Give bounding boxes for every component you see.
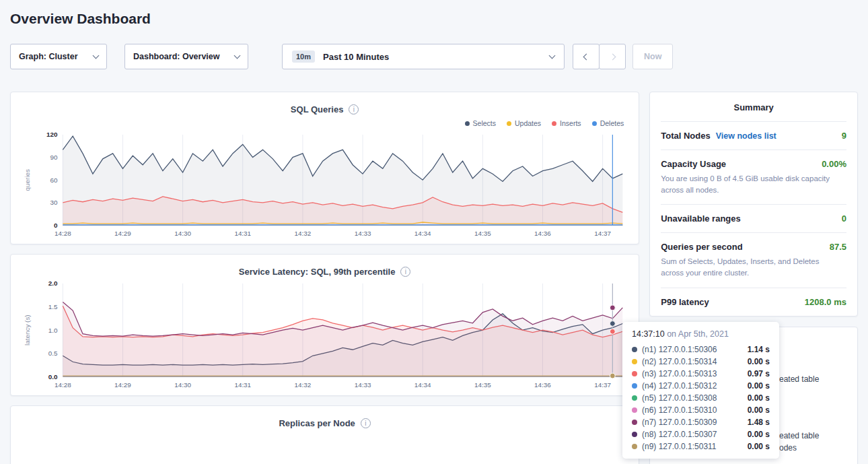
tooltip-row-n6: (n6) 127.0.0.1:50310 0.00 s	[632, 404, 770, 416]
time-range-picker[interactable]: 10m Past 10 Minutes	[282, 44, 565, 69]
chevron-down-icon	[234, 53, 241, 59]
summary-row-capacity-usage: Capacity Usage 0.00% You are using 0 B o…	[661, 150, 846, 204]
event-text-fragment[interactable]: eated table	[779, 374, 819, 384]
chart-header: Service Latency: SQL, 99th percentile i	[20, 267, 629, 277]
now-button[interactable]: Now	[632, 44, 673, 69]
legend-item-selects[interactable]: Selects	[465, 119, 496, 127]
tooltip-node: (n2) 127.0.0.1:50314	[642, 357, 717, 366]
summary-value: 0.00%	[822, 159, 846, 169]
legend-label: Selects	[473, 119, 496, 127]
view-nodes-list-link[interactable]: View nodes list	[716, 131, 776, 141]
tooltip-row-n4: (n4) 127.0.0.1:50312 0.00 s	[632, 380, 770, 392]
chart-title: Replicas per Node	[279, 418, 355, 428]
svg-text:14:33: 14:33	[355, 230, 371, 237]
svg-text:latency (s): latency (s)	[24, 315, 31, 346]
dashboard-controls: Graph: Cluster Dashboard: Overview 10m P…	[10, 44, 858, 69]
svg-text:0.0: 0.0	[48, 373, 58, 380]
node-series-dot	[632, 359, 637, 364]
svg-text:1.5: 1.5	[48, 303, 58, 310]
tooltip-time: 14:37:10	[632, 329, 665, 339]
summary-value: 87.5	[830, 242, 846, 252]
chart-hover-tooltip: 14:37:10 on Apr 5th, 2021 (n1) 127.0.0.1…	[622, 322, 779, 459]
summary-value: 0	[842, 213, 846, 224]
sql-queries-chart[interactable]: 14:2814:2914:3014:3114:3214:3314:3414:35…	[20, 129, 629, 241]
legend-label: Updates	[515, 119, 541, 127]
deletes-series-dot	[592, 121, 597, 126]
node-series-dot	[632, 347, 637, 352]
dashboard-dropdown-label: Dashboard: Overview	[133, 52, 220, 61]
chart-title: Service Latency: SQL, 99th percentile	[239, 267, 396, 277]
summary-value: 9	[842, 131, 846, 141]
updates-series-dot	[507, 121, 511, 126]
node-series-dot	[632, 432, 637, 437]
chart-header: SQL Queries i	[20, 104, 629, 114]
node-series-dot	[632, 420, 637, 425]
tooltip-row-n5: (n5) 127.0.0.1:50308 0.00 s	[632, 392, 770, 404]
legend-item-updates[interactable]: Updates	[507, 119, 541, 127]
svg-text:14:37: 14:37	[594, 381, 611, 389]
tooltip-row-n3: (n3) 127.0.0.1:50313 0.97 s	[632, 368, 770, 380]
tooltip-node: (n7) 127.0.0.1:50309	[642, 418, 717, 427]
chevron-left-icon	[583, 53, 589, 60]
svg-text:14:29: 14:29	[114, 230, 131, 237]
summary-row-p99-latency: P99 latency 1208.0 ms	[661, 288, 846, 316]
svg-text:0: 0	[54, 222, 58, 229]
legend-item-deletes[interactable]: Deletes	[592, 119, 624, 127]
tooltip-node: (n4) 127.0.0.1:50312	[642, 381, 717, 391]
info-icon[interactable]: i	[349, 104, 359, 114]
inserts-series-dot	[552, 121, 556, 126]
time-back-button[interactable]	[573, 44, 600, 69]
summary-row-queries-per-second: Queries per second 87.5 Sum of Selects, …	[661, 232, 846, 287]
legend-label: Deletes	[600, 119, 624, 127]
svg-text:14:28: 14:28	[55, 230, 71, 237]
chevron-right-icon	[609, 53, 616, 60]
svg-text:0.5: 0.5	[48, 350, 58, 357]
tooltip-node: (n8) 127.0.0.1:50307	[642, 430, 717, 439]
summary-subtext: Sum of Selects, Updates, Inserts, and De…	[661, 256, 834, 278]
tooltip-value: 0.00 s	[748, 393, 770, 403]
dashboard-dropdown[interactable]: Dashboard: Overview	[124, 44, 248, 69]
node-series-dot	[632, 395, 637, 401]
svg-text:60: 60	[50, 176, 57, 184]
node-series-dot	[632, 444, 637, 449]
svg-text:2.0: 2.0	[48, 280, 58, 288]
tooltip-header: 14:37:10 on Apr 5th, 2021	[632, 329, 770, 339]
svg-text:queries: queries	[24, 169, 31, 191]
event-text-fragment[interactable]: odes	[779, 443, 797, 453]
overview-dashboard-page: Overview Dashboard Graph: Cluster Dashbo…	[0, 0, 868, 464]
time-forward-button[interactable]	[599, 44, 626, 69]
tooltip-value: 0.00 s	[748, 442, 770, 451]
summary-label: Queries per second	[661, 242, 742, 252]
svg-text:14:37: 14:37	[594, 230, 611, 237]
service-latency-chart-card: Service Latency: SQL, 99th percentile i …	[10, 254, 639, 396]
legend-item-inserts[interactable]: Inserts	[552, 119, 581, 127]
svg-text:14:35: 14:35	[474, 381, 491, 389]
page-title: Overview Dashboard	[10, 10, 858, 28]
svg-text:14:36: 14:36	[534, 230, 551, 237]
summary-label: Unavailable ranges	[661, 213, 741, 224]
svg-text:30: 30	[50, 199, 57, 206]
event-text-fragment[interactable]: eated table	[779, 431, 819, 440]
tooltip-row-n7: (n7) 127.0.0.1:50309 1.48 s	[632, 416, 770, 428]
time-nav-group	[573, 44, 626, 69]
chart-header: Replicas per Node i	[20, 418, 629, 428]
summary-label: P99 latency	[661, 297, 709, 307]
svg-text:14:28: 14:28	[55, 381, 71, 389]
tooltip-node: (n9) 127.0.0.1:50311	[642, 442, 717, 451]
service-latency-chart[interactable]: 14:2814:2914:3014:3114:3214:3314:3414:35…	[20, 278, 629, 393]
chart-title: SQL Queries	[291, 104, 344, 114]
svg-text:14:29: 14:29	[114, 381, 131, 389]
node-series-dot	[632, 383, 637, 389]
tooltip-node: (n1) 127.0.0.1:50306	[642, 345, 717, 354]
info-icon[interactable]: i	[361, 418, 371, 428]
svg-text:14:31: 14:31	[234, 230, 251, 237]
svg-text:14:30: 14:30	[174, 230, 191, 237]
time-range-badge: 10m	[292, 51, 315, 63]
info-icon[interactable]: i	[400, 267, 410, 277]
graph-dropdown[interactable]: Graph: Cluster	[10, 44, 107, 69]
svg-text:14:30: 14:30	[174, 381, 191, 389]
sql-queries-chart-card: SQL Queries i Selects Updates Inserts	[10, 92, 639, 244]
summary-value: 1208.0 ms	[805, 297, 846, 307]
tooltip-value: 0.00 s	[748, 405, 770, 415]
replicas-per-node-chart-card: Replicas per Node i	[10, 405, 639, 464]
